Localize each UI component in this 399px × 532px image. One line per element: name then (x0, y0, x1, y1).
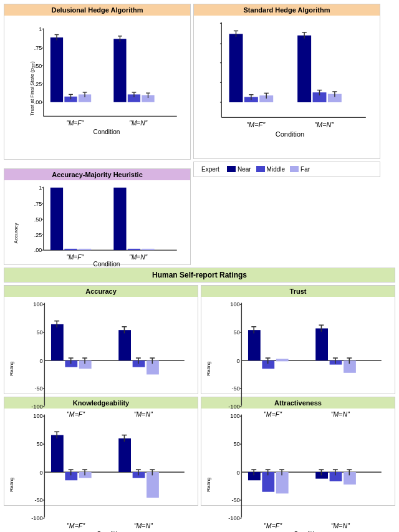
human-row-2: Knowledgeability Rating 100 50 0 -50 -10… (4, 397, 395, 506)
accuracy-majority-chart: Accuracy-Majority Heuristic Accuracy 1 .… (4, 168, 191, 265)
svg-text:"M=N": "M=N" (331, 522, 350, 530)
svg-text:-50: -50 (231, 497, 239, 503)
accuracy-sub-title: Accuracy (4, 286, 198, 297)
knowledge-rating-y-label: Rating (9, 478, 14, 492)
svg-text:Condition: Condition (276, 130, 304, 138)
svg-text:100: 100 (33, 413, 42, 419)
svg-rect-131 (315, 329, 328, 360)
svg-text:.25: .25 (34, 232, 42, 238)
top-row: Delusional Hedge Algorithm Trust at Fina… (4, 4, 395, 166)
knowledge-svg: 100 50 0 -50 -100 (28, 410, 193, 532)
trust-svg: 100 50 0 -50 -100 (225, 298, 390, 423)
svg-text:"M=N": "M=N" (134, 522, 153, 530)
standard-svg: "M=F" "M=N" Condition (206, 18, 373, 141)
main-container: Delusional Hedge Algorithm Trust at Fina… (0, 0, 399, 532)
svg-text:0: 0 (237, 358, 240, 364)
svg-text:.50: .50 (34, 216, 42, 223)
standard-chart: Standard Hedge Algorithm (193, 4, 380, 159)
svg-rect-130 (276, 359, 289, 361)
svg-rect-40 (229, 34, 243, 102)
svg-text:"M=F": "M=F" (246, 121, 266, 128)
svg-rect-77 (128, 249, 140, 250)
accuracy-rating-y-label: Rating (9, 361, 14, 375)
svg-text:Condition: Condition (94, 128, 120, 135)
svg-text:50: 50 (36, 441, 42, 447)
svg-text:1: 1 (39, 185, 42, 191)
svg-text:"M=N": "M=N" (129, 120, 147, 127)
svg-text:Condition: Condition (94, 261, 120, 268)
svg-rect-124 (248, 330, 261, 360)
svg-text:-100: -100 (228, 515, 239, 521)
svg-text:-50: -50 (34, 385, 42, 392)
svg-text:0: 0 (40, 358, 43, 364)
accuracy-majority-svg: 1 .75 .50 .25 .00 (29, 183, 184, 268)
svg-text:100: 100 (230, 413, 239, 419)
mid-row: Accuracy-Majority Heuristic Accuracy 1 .… (4, 168, 395, 265)
svg-text:.75: .75 (34, 45, 42, 51)
accuracy-cell: Accuracy Rating 100 50 0 -50 -100 (4, 285, 198, 394)
attract-rating-y-label: Rating (206, 478, 211, 492)
svg-text:-50: -50 (231, 385, 239, 392)
svg-rect-49 (297, 36, 311, 102)
delusional-title: Delusional Hedge Algorithm (4, 4, 190, 16)
svg-rect-93 (51, 324, 64, 360)
svg-text:-50: -50 (34, 497, 42, 503)
svg-rect-78 (142, 249, 154, 250)
svg-rect-21 (113, 39, 126, 102)
svg-rect-102 (118, 330, 131, 360)
delusional-svg: 1 .75 .50 .25 .00 (29, 21, 184, 142)
svg-rect-76 (113, 188, 126, 250)
svg-text:"M=N": "M=N" (314, 121, 334, 128)
accuracy-y-label: Accuracy (13, 223, 19, 243)
svg-rect-73 (50, 188, 63, 250)
svg-text:.75: .75 (34, 201, 42, 207)
svg-text:50: 50 (36, 329, 42, 336)
trust-cell: Trust Rating 100 50 0 -50 -100 (201, 285, 395, 394)
knowledge-cell: Knowledgeability Rating 100 50 0 -50 -10… (4, 397, 198, 506)
svg-text:-100: -100 (31, 515, 42, 521)
svg-text:.00: .00 (34, 247, 42, 253)
svg-text:100: 100 (33, 301, 42, 307)
svg-rect-12 (50, 37, 63, 102)
svg-text:0: 0 (237, 470, 240, 476)
svg-rect-74 (64, 249, 77, 250)
svg-text:"M=F": "M=F" (67, 522, 85, 530)
attract-svg: 100 50 0 -50 -100 (225, 410, 390, 532)
svg-text:1: 1 (39, 26, 42, 32)
svg-rect-168 (147, 472, 159, 498)
accuracy-majority-title: Accuracy-Majority Heuristic (4, 169, 190, 180)
delusional-y-label: Trust at Final State (pTF) (29, 61, 36, 115)
svg-rect-162 (118, 438, 131, 472)
mid-spacer (193, 168, 380, 265)
standard-title: Standard Hedge Algorithm (194, 4, 380, 16)
svg-rect-75 (79, 249, 91, 250)
trust-rating-y-label: Rating (206, 361, 211, 375)
svg-text:"M=N": "M=N" (129, 254, 147, 261)
svg-text:0: 0 (40, 470, 43, 476)
svg-text:"M=F": "M=F" (66, 120, 84, 127)
accuracy-svg: 100 50 0 -50 -100 (28, 298, 193, 423)
svg-rect-153 (51, 435, 64, 472)
trust-sub-title: Trust (201, 286, 395, 297)
svg-text:100: 100 (230, 301, 239, 307)
svg-text:"M=F": "M=F" (264, 522, 282, 530)
delusional-chart: Delusional Hedge Algorithm Trust at Fina… (4, 4, 191, 160)
attract-cell: Attractiveness Rating 100 50 0 -50 -100 (201, 397, 395, 506)
human-row-1: Accuracy Rating 100 50 0 -50 -100 (4, 285, 395, 394)
svg-text:50: 50 (233, 329, 239, 336)
svg-text:50: 50 (233, 441, 239, 447)
svg-text:"M=F": "M=F" (66, 254, 84, 261)
